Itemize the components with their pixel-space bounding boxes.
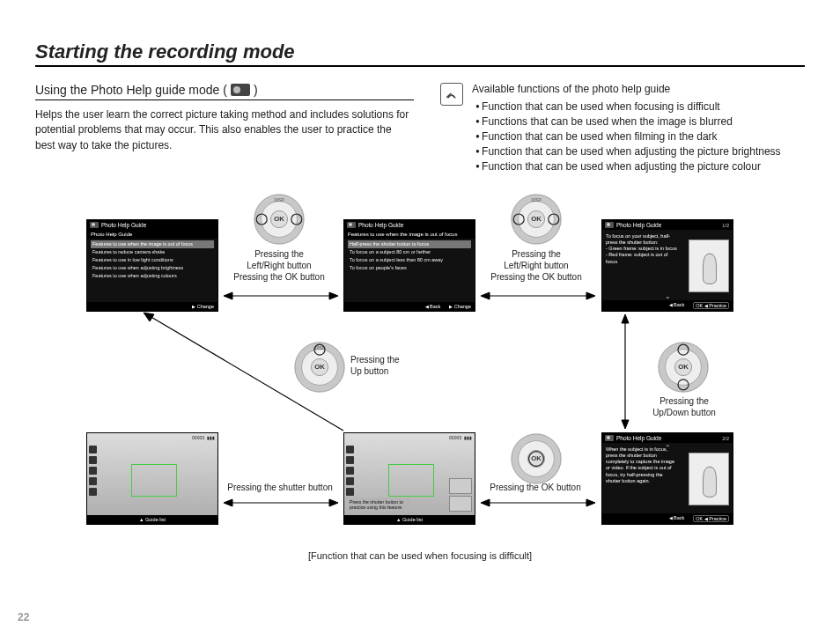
svg-text:OK: OK <box>678 363 689 371</box>
screen-help-menu-2: Photo Help Guide Features to use when th… <box>343 219 475 312</box>
battery-icon: ▮▮▮ <box>207 435 215 440</box>
svg-text:OK: OK <box>531 215 542 223</box>
footer-back: Back <box>669 515 685 522</box>
note-item: Function that can be used when adjusting… <box>475 145 781 158</box>
svg-marker-36 <box>586 499 595 506</box>
page-indicator: 1/2 <box>722 223 729 228</box>
svg-marker-46 <box>224 499 232 506</box>
svg-marker-35 <box>481 499 490 506</box>
svg-text:DISP: DISP <box>531 198 541 203</box>
note-box: Available functions of the photo help gu… <box>440 83 805 175</box>
footer-back: Back <box>669 302 685 309</box>
screen-title: Photo Help Guide <box>358 222 403 228</box>
screen-live-preview: 00003▮▮▮ ▲ Guide list <box>86 432 218 525</box>
control-dial: OK DISP <box>510 193 563 246</box>
footer-practice: OK Practice <box>693 515 729 522</box>
svg-marker-44 <box>144 313 154 321</box>
page-title: Starting the recording mode <box>35 41 805 67</box>
screen-title: Photo Help Guide <box>101 222 146 228</box>
screen-help-menu-1: Photo Help Guide Photo Help Guide Featur… <box>86 219 218 312</box>
note-icon <box>440 83 463 106</box>
footer-practice: OK Practice <box>693 302 729 309</box>
screen-title: Photo Help Guide <box>616 435 661 441</box>
camera-icon <box>605 222 614 228</box>
shutter-label: Pressing the shutter button <box>218 482 342 493</box>
guide-body: To focus on your subject, half-press the… <box>602 230 682 269</box>
heading-text-pre: Using the Photo Help guide mode ( <box>35 83 227 97</box>
dial-label: Pressing the Up/Down button <box>645 395 724 418</box>
footer-guidelist: Guide list <box>145 517 166 522</box>
menu-item: Features to reduce camera shake <box>91 248 214 256</box>
screen-live-preview-overlay: 00003▮▮▮ Press the shutter button to pra… <box>343 432 475 525</box>
svg-marker-27 <box>622 314 629 323</box>
dial-label: Pressing the Left/Right button Pressing … <box>483 248 589 283</box>
menu-item: To focus on a subject 80 cm or farther <box>348 248 471 256</box>
finger-press-illustration: ↓ <box>689 453 729 505</box>
screen-subtitle: Photo Help Guide <box>87 230 217 239</box>
screen-guide-1: Photo Help Guide 1/2 To focus on your su… <box>601 219 733 312</box>
menu-item: Features to use when the image is out of… <box>91 240 214 248</box>
camera-icon <box>347 222 356 228</box>
camera-icon <box>90 222 99 228</box>
page-indicator: 2/2 <box>722 436 729 441</box>
svg-text:OK: OK <box>274 215 284 223</box>
svg-line-43 <box>150 316 343 431</box>
intro-paragraph: Helps the user learn the correct picture… <box>35 107 414 153</box>
menu-item: Features to use when adjusting brightnes… <box>91 264 214 272</box>
page-number: 22 <box>18 611 29 623</box>
note-item: Function that can be used when adjusting… <box>475 160 781 173</box>
menu-item: Features to use in low light conditions <box>91 256 214 264</box>
menu-item: To focus on a subject less than 80 cm aw… <box>348 256 471 264</box>
heading-text-suf: ) <box>254 83 258 97</box>
counter: 00003 <box>192 435 204 440</box>
diagram-caption: [Function that can be used when focusing… <box>35 550 805 561</box>
note-title: Available functions of the photo help gu… <box>472 83 781 95</box>
note-item: Function that can be used when focusing … <box>475 100 781 113</box>
screen-subtitle: Features to use when the image is out of… <box>344 230 475 239</box>
note-item: Functions that can be used when the imag… <box>475 115 781 128</box>
chevron-down-icon: ⌄ <box>665 292 671 300</box>
svg-text:DISP: DISP <box>274 198 284 203</box>
dial-label: Pressing the OK button <box>483 482 588 493</box>
svg-marker-8 <box>224 292 232 299</box>
svg-marker-47 <box>329 499 338 506</box>
dial-label: Pressing the Left/Right button Pressing … <box>226 248 332 283</box>
dial-label: Pressing the Up button <box>350 354 421 377</box>
menu-item: To focus on people's faces <box>348 264 471 272</box>
overlay-hint: Press the shutter button to practice usi… <box>347 498 410 512</box>
svg-text:OK: OK <box>531 454 542 462</box>
svg-marker-28 <box>622 420 629 429</box>
footer-back: Back <box>425 304 441 309</box>
menu-item: Half-press the shutter button to focus <box>348 240 471 248</box>
control-dial: OK DISP <box>253 193 306 246</box>
svg-marker-9 <box>329 292 338 299</box>
photo-help-mode-icon <box>231 84 250 96</box>
screen-title: Photo Help Guide <box>616 222 661 228</box>
camera-icon <box>605 435 614 441</box>
flow-diagram: Photo Help Guide Photo Help Guide Featur… <box>35 193 805 563</box>
chevron-up-icon: ⌃ <box>665 444 671 452</box>
control-dial: OK <box>657 341 710 394</box>
counter: 00003 <box>449 435 461 440</box>
screen-guide-2: Photo Help Guide 2/2 When the subject is… <box>601 432 733 525</box>
footer-change: Change <box>449 304 471 309</box>
svg-marker-19 <box>586 292 595 299</box>
control-dial: OK <box>510 432 563 485</box>
note-item: Function that can be used when filming i… <box>475 130 781 143</box>
svg-marker-18 <box>481 292 490 299</box>
finger-press-illustration: ↓ <box>689 240 729 292</box>
menu-item: Features to use when adjusting colours <box>91 272 214 280</box>
footer-guidelist: Guide list <box>402 517 423 522</box>
section-heading: Using the Photo Help guide mode ( ) <box>35 83 414 100</box>
battery-icon: ▮▮▮ <box>464 435 472 440</box>
